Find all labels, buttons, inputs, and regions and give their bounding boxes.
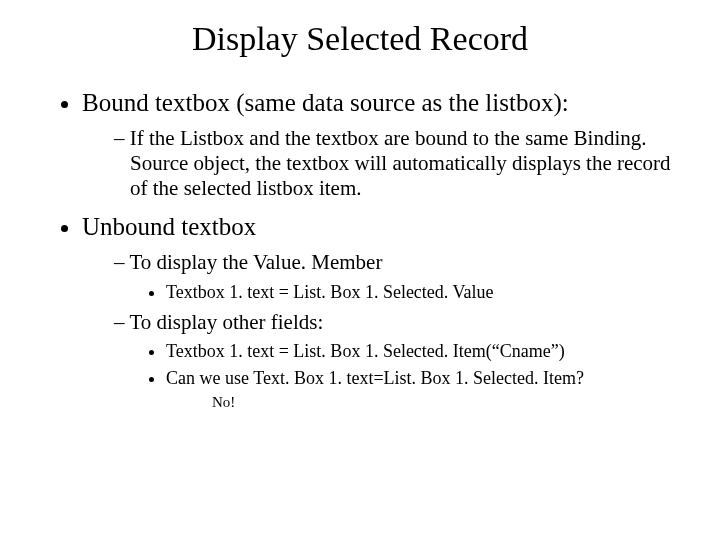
bullet-list: Bound textbox (same data source as the l… <box>58 88 680 412</box>
detail-list: Textbox 1. text = List. Box 1. Selected.… <box>144 340 680 412</box>
sub-list: If the Listbox and the textbox are bound… <box>92 126 680 200</box>
detail-item: Textbox 1. text = List. Box 1. Selected.… <box>166 281 680 304</box>
sub-item-valuemember: To display the Value. Member Textbox 1. … <box>114 250 680 303</box>
sub-list: To display the Value. Member Textbox 1. … <box>92 250 680 412</box>
detail-text: Can we use Text. Box 1. text=List. Box 1… <box>166 368 584 388</box>
bullet-text: Unbound textbox <box>82 213 256 240</box>
detail-item: Can we use Text. Box 1. text=List. Box 1… <box>166 367 680 412</box>
bullet-item-unbound: Unbound textbox To display the Value. Me… <box>82 212 680 412</box>
sub-text: If the Listbox and the textbox are bound… <box>130 126 671 200</box>
answer-text: No! <box>212 393 680 412</box>
detail-list: Textbox 1. text = List. Box 1. Selected.… <box>144 281 680 304</box>
sub-item: If the Listbox and the textbox are bound… <box>114 126 680 200</box>
sub-text: To display other fields: <box>129 310 323 334</box>
bullet-text: Bound textbox (same data source as the l… <box>82 89 569 116</box>
sub-text: To display the Value. Member <box>129 250 382 274</box>
detail-item: Textbox 1. text = List. Box 1. Selected.… <box>166 340 680 363</box>
bullet-item-bound: Bound textbox (same data source as the l… <box>82 88 680 200</box>
sub-item-otherfields: To display other fields: Textbox 1. text… <box>114 310 680 413</box>
slide: Display Selected Record Bound textbox (s… <box>0 0 720 540</box>
slide-title: Display Selected Record <box>40 20 680 58</box>
